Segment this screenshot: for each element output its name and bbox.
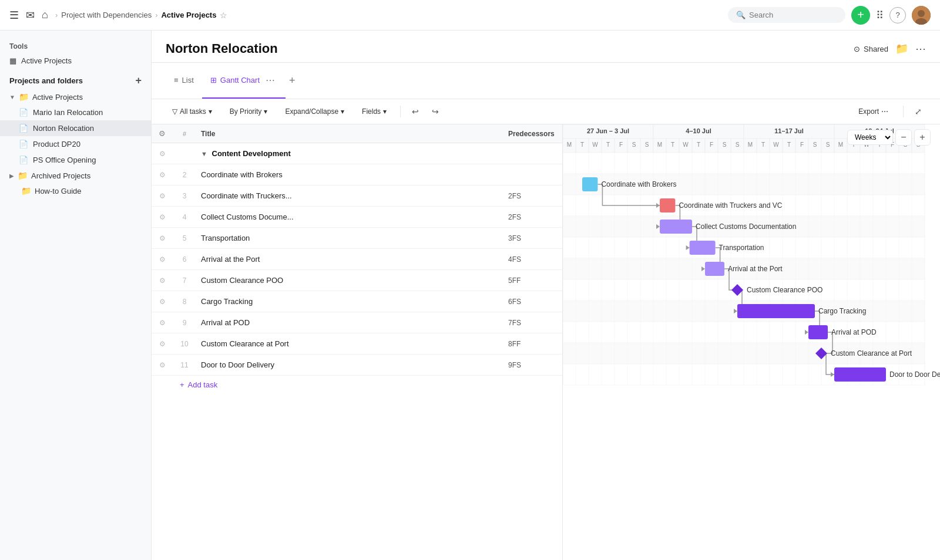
tool-label: Active Projects [21,56,72,65]
nav-right: 🔍 + ⠿ ? [728,6,931,25]
num-col: # [173,126,196,142]
menu-icon[interactable]: ☰ [9,9,19,22]
task-table-header: ⚙ # Title Predecessors [152,124,562,143]
row-settings-icon: ⚙ [159,276,166,285]
breadcrumb-project[interactable]: Project with Dependencies [61,11,152,19]
tools-label: Tools [0,38,151,53]
more-options-button[interactable]: ⋯ [915,42,926,55]
add-task-label: Add task [188,380,218,389]
tab-list[interactable]: ≡ List [166,70,202,92]
norton-label: Norton Relocation [33,124,94,133]
zoom-in-button[interactable]: + [914,129,931,146]
svg-text:11–17 Jul: 11–17 Jul [774,127,804,134]
shared-label: Shared [864,45,888,53]
sidebar-item-ps-office[interactable]: 📄 PS Office Opening [0,152,151,168]
tab-more-icon[interactable]: ⋯ [263,69,277,92]
sidebar-item-mario[interactable]: 📄 Mario Ian Relocation [0,104,151,120]
sidebar-item-active-projects-tool[interactable]: ▦ Active Projects [0,53,151,69]
main-layout: Tools ▦ Active Projects Projects and fol… [0,31,940,560]
add-project-button[interactable]: + [135,75,142,87]
expand-collapse-button[interactable]: Expand/Collapse ▾ [278,104,351,119]
redo-button[interactable]: ↪ [428,104,443,119]
active-projects-folder[interactable]: ▼ 📁 Active Projects [0,89,151,104]
gantt-container: ⚙ # Title Predecessors ⚙ ▼ Content Devel… [152,124,940,560]
fields-button[interactable]: Fields ▾ [355,104,393,119]
shared-button[interactable]: ⊙ Shared [854,45,888,53]
toolbar-divider-2 [903,106,904,117]
add-tab-button[interactable]: + [286,69,299,93]
toolbar: ▽ All tasks ▾ By Priority ▾ Expand/Colla… [152,99,940,124]
add-button[interactable]: + [851,6,870,25]
settings-col: ⚙ [152,124,173,143]
row-settings-icon: ⚙ [159,234,166,242]
export-button[interactable]: Export ⋯ [851,104,896,119]
table-row: ⚙ 9 Arrival at POD 7FS [152,312,562,333]
howto-label: How-to Guide [35,187,81,195]
product-label: Product DP20 [33,140,80,149]
zoom-out-button[interactable]: − [895,129,912,146]
svg-text:T: T [580,141,584,148]
svg-text:S: S [826,141,830,148]
svg-text:S: S [645,141,649,148]
svg-text:Custom Clearance at Port: Custom Clearance at Port [831,349,912,357]
help-button[interactable]: ? [889,7,906,23]
table-row: ⚙ 6 Arrival at the Port 4FS [152,249,562,270]
pin-icon[interactable]: ☆ [220,11,227,20]
group-chevron-icon[interactable]: ▼ [201,150,207,157]
row-settings-icon: ⚙ [159,213,166,221]
svg-text:T: T [787,141,791,148]
archived-projects-folder[interactable]: ▶ 📁 Archived Projects [0,168,151,183]
sidebar-item-norton[interactable]: 📄 Norton Relocation [0,120,151,136]
svg-rect-124 [705,262,724,276]
svg-rect-116 [582,177,597,191]
search-input[interactable] [749,11,831,19]
all-tasks-label: All tasks [180,107,206,116]
by-priority-button[interactable]: By Priority ▾ [223,104,274,119]
by-priority-label: By Priority [230,107,262,116]
project-header: Norton Relocation ⊙ Shared 📁 ⋯ [152,31,940,63]
breadcrumb-current[interactable]: Active Projects [161,11,216,19]
gantt-icon: ⊞ [210,76,217,85]
howto-item[interactable]: 📁 How-to Guide [0,183,151,198]
search-icon: 🔍 [736,11,746,19]
row-settings-icon: ⚙ [159,319,166,327]
settings-icon-row: ⚙ [159,150,166,158]
fullscreen-button[interactable]: ⤢ [911,104,926,119]
svg-text:S: S [813,141,817,148]
svg-text:Transportation: Transportation [719,244,764,252]
svg-text:Coordinate with Brokers: Coordinate with Brokers [601,180,676,188]
home-icon[interactable]: ⌂ [42,9,48,21]
page-icon-product: 📄 [19,140,28,149]
row-settings-icon: ⚙ [159,361,166,369]
tab-gantt[interactable]: ⊞ Gantt Chart ⋯ [202,63,286,99]
zoom-select[interactable]: Weeks Days Months [847,130,893,145]
mail-icon[interactable]: ✉ [26,9,35,22]
folder-button[interactable]: 📁 [895,42,908,55]
svg-text:Collect Customs Documentation: Collect Customs Documentation [696,222,796,231]
svg-text:Arrival at the Port: Arrival at the Port [728,265,783,273]
row-settings-icon: ⚙ [159,340,166,348]
avatar[interactable] [912,6,931,25]
plus-icon: + [180,380,184,389]
svg-rect-122 [690,241,716,255]
add-task-button[interactable]: + Add task [152,376,562,394]
all-tasks-button[interactable]: ▽ All tasks ▾ [166,104,219,119]
table-row: ⚙ 8 Cargo Tracking 6FS [152,291,562,312]
page-icon-ps: 📄 [19,156,28,164]
tab-list-label: List [182,76,194,85]
mario-label: Mario Ian Relocation [33,108,103,117]
undo-button[interactable]: ↩ [408,104,423,119]
row-settings-icon: ⚙ [159,171,166,179]
svg-rect-128 [737,304,815,318]
svg-text:S: S [632,141,636,148]
apps-icon[interactable]: ⠿ [876,9,884,22]
sidebar-item-product[interactable]: 📄 Product DP20 [0,136,151,152]
share-icon: ⊙ [854,45,860,53]
title-col: Title [196,125,503,143]
project-header-right: ⊙ Shared 📁 ⋯ [854,42,926,55]
toolbar-divider-1 [400,106,401,117]
expand-label: Expand/Collapse [285,107,338,116]
svg-text:T: T [697,141,700,148]
dropdown-icon: ▾ [209,107,212,116]
svg-text:Door to Door Delivery: Door to Door Delivery [889,370,940,379]
